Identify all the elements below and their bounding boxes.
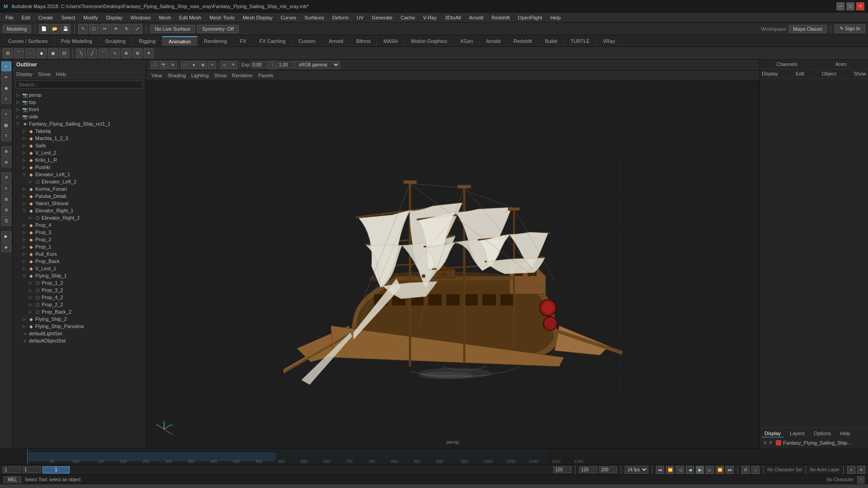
range-start-input[interactable] — [3, 466, 21, 473]
tree-item-prop_4_2[interactable]: ▷⬡Prop_4_2 — [13, 294, 146, 301]
paint-select-button[interactable]: ✏ — [1, 72, 11, 82]
menu-item-edit-mesh[interactable]: Edit Mesh — [175, 14, 205, 21]
menu-item-uv[interactable]: UV — [353, 14, 367, 21]
tree-item-prop_3_2[interactable]: ▷⬡Prop_3_2 — [13, 286, 146, 294]
menu-item-mesh-tools[interactable]: Mesh Tools — [206, 14, 238, 21]
play-back-button[interactable]: ◀ — [686, 466, 694, 474]
menu-item-select[interactable]: Select — [58, 14, 79, 21]
tree-item-v_lest_2[interactable]: ▷◆V_Lest_2 — [13, 149, 146, 156]
prev-frame-button[interactable]: ⏪ — [666, 466, 674, 474]
outliner-menu-help[interactable]: Help — [56, 71, 66, 77]
tree-item-prop_back[interactable]: ▷◆Prop_Back — [13, 258, 146, 265]
tree-item-elevator_left_1[interactable]: ▽◆Elevator_Left_1 — [13, 171, 146, 178]
tab-turtle[interactable]: TURTLE — [564, 37, 597, 46]
soft-mod-button[interactable]: ◉ — [1, 83, 11, 93]
tab-bifrost[interactable]: Bifrost — [350, 37, 377, 46]
save-button[interactable]: 💾 — [61, 24, 71, 34]
snap-grid-button[interactable]: ⊞ — [3, 48, 13, 58]
prev-key-button[interactable]: ◁ — [676, 466, 684, 474]
anim-start-input[interactable] — [599, 466, 617, 473]
tab-xgen[interactable]: XGen — [454, 37, 480, 46]
timeline-area[interactable]: 50 100 150 200 250 300 350 400 450 500 5… — [0, 448, 868, 465]
tab-rigging[interactable]: Rigging — [132, 37, 162, 46]
status-help-button[interactable]: ? — [857, 476, 864, 483]
menu-item-redshift[interactable]: Redshift — [488, 14, 513, 21]
tree-item-defaultlightset[interactable]: ○defaultLightSet — [13, 330, 146, 337]
outliner-search-input[interactable] — [15, 80, 143, 89]
history-button[interactable]: ↺ — [1, 173, 11, 183]
minimize-button[interactable]: ─ — [836, 2, 844, 10]
curve-tool-2[interactable]: ╱ — [87, 48, 97, 58]
next-key-button[interactable]: ▷ — [706, 466, 714, 474]
no-live-surface-button[interactable]: No Live Surface — [150, 25, 195, 33]
menu-item-modify[interactable]: Modify — [80, 14, 101, 21]
menu-item-generate[interactable]: Generate — [368, 14, 396, 21]
anim-end-input[interactable] — [579, 466, 597, 473]
tree-item-korma_fonari[interactable]: ▷◆Korma_Fonari — [13, 185, 146, 192]
grid-icon[interactable]: ⊞ — [169, 61, 177, 69]
tree-item-fantasy_flying_sailing_ship_ncl1_1[interactable]: ▽★Fantasy_Flying_Sailing_Ship_ncl1_1 — [13, 120, 146, 127]
exp-icon[interactable]: ↕ — [269, 61, 277, 69]
texture-icon[interactable]: ▦ — [199, 61, 207, 69]
menu-item-curves[interactable]: Curves — [277, 14, 300, 21]
tree-item-elevator_right_2[interactable]: ▷⬡Elevator_Right_2 — [13, 214, 146, 221]
tab-motion-graphics[interactable]: Motion Graphics — [405, 37, 454, 46]
menu-item-openflight[interactable]: OpenFlight — [514, 14, 546, 21]
frame-indicator[interactable]: 1 — [42, 466, 70, 474]
outliner-menu-show[interactable]: Show — [38, 71, 51, 77]
create-button[interactable]: + — [1, 109, 11, 119]
curve-tool-7[interactable]: ✦ — [144, 48, 154, 58]
tab-custom[interactable]: Custom — [292, 37, 322, 46]
display-layer-tab-display[interactable]: Display — [762, 430, 783, 437]
display-layer-tab-layers[interactable]: Layers — [787, 430, 807, 437]
tree-item-machta_1_2_3[interactable]: ▷◆Machta_1_2_3 — [13, 135, 146, 142]
audio-button[interactable]: ♪ — [751, 466, 760, 474]
right-panel-tab-anim[interactable]: Anim — [814, 60, 868, 69]
range-end-input[interactable] — [553, 466, 571, 473]
select-mode-button[interactable]: ↖ — [1, 61, 11, 71]
script-mode-selector[interactable]: MEL — [4, 476, 21, 483]
tree-item-front[interactable]: ▷📷front — [13, 106, 146, 113]
menu-item-create[interactable]: Create — [35, 14, 57, 21]
tab-rendering[interactable]: Rendering — [198, 37, 234, 46]
curve-tool-5[interactable]: ⊕ — [121, 48, 131, 58]
tab-arnold[interactable]: Arnold — [480, 37, 507, 46]
tree-item-top[interactable]: ▷📷top — [13, 99, 146, 106]
tab-redshift[interactable]: Redshift — [507, 37, 538, 46]
tree-item-sails[interactable]: ▷◆Sails — [13, 142, 146, 149]
menu-item-mesh-display[interactable]: Mesh Display — [239, 14, 276, 21]
sculpt-button[interactable]: ◊ — [1, 94, 11, 104]
soft-select-button[interactable]: ◉ — [48, 48, 58, 58]
wireframe-icon[interactable]: □ — [181, 61, 189, 69]
viewport-canvas[interactable]: persp Z Z Y X — [146, 80, 760, 448]
tree-item-flying_ship_1[interactable]: ▽◆Flying_Ship_1 — [13, 272, 146, 279]
tree-item-elevator_left_2[interactable]: ▷⬡Elevator_Left_2 — [13, 178, 146, 185]
pivot-button[interactable]: ⊗ — [1, 157, 11, 167]
menu-item-display[interactable]: Display — [103, 14, 126, 21]
curve-tool-3[interactable]: ⌒ — [99, 48, 108, 58]
menu-item-windows[interactable]: Windows — [127, 14, 155, 21]
tool-settings-button[interactable]: ⚙ — [1, 205, 11, 215]
show-icon[interactable]: 👁 — [229, 61, 237, 69]
tree-item-paluba_detali[interactable]: ▷◆Paluba_Detali — [13, 192, 146, 200]
tree-item-pushki[interactable]: ▷◆Pushki — [13, 164, 146, 171]
go-end-button[interactable]: ⏭ — [726, 466, 734, 474]
play-forward-button[interactable]: ▶ — [696, 466, 704, 474]
workspace-selector[interactable]: Maya Classic — [789, 25, 826, 33]
curve-tool-1[interactable]: ╲ — [76, 48, 86, 58]
tree-item-prop_1_2[interactable]: ▷⬡Prop_1_2 — [13, 279, 146, 286]
current-frame-input[interactable] — [23, 466, 41, 473]
loop-button[interactable]: ↺ — [741, 466, 750, 474]
tree-item-prop_2_2[interactable]: ▷⬡Prop_2_2 — [13, 301, 146, 308]
outliner-menu-display[interactable]: Display — [16, 71, 33, 77]
solid-icon[interactable]: ■ — [190, 61, 198, 69]
tree-item-flying_ship_2[interactable]: ▷◆Flying_Ship_2 — [13, 315, 146, 323]
tab-animation[interactable]: Animation — [162, 36, 198, 46]
attr-editor-button[interactable]: ⊞ — [1, 194, 11, 204]
menu-item-surfaces[interactable]: Surfaces — [301, 14, 328, 21]
rotate-tool-button[interactable]: ↻ — [122, 24, 132, 34]
tree-item-defaultobjectset[interactable]: ○defaultObjectSet — [13, 337, 146, 344]
tab-fx[interactable]: FX — [234, 37, 253, 46]
mode-selector[interactable]: Modeling — [3, 25, 31, 33]
keep-together-button[interactable]: ⊟ — [59, 48, 69, 58]
